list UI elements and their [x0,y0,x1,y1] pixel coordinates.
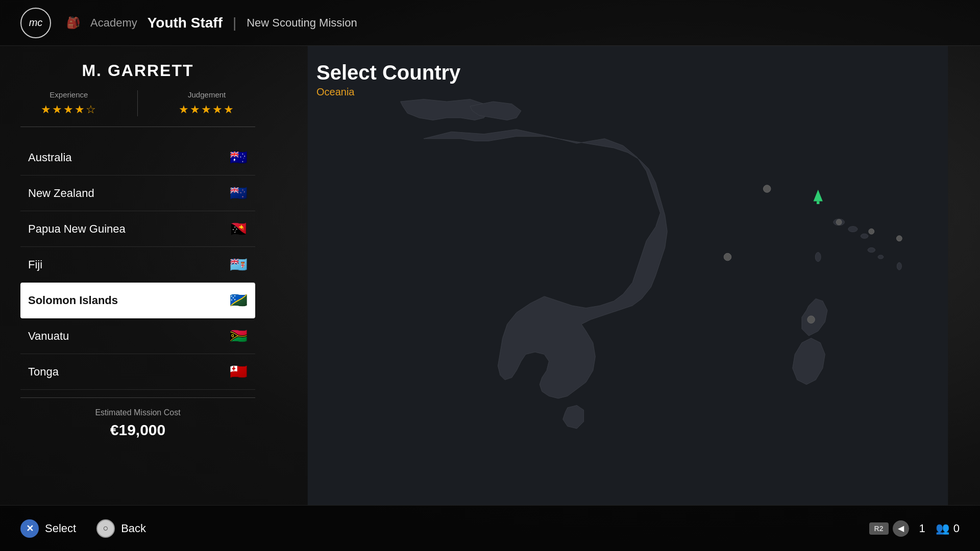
svg-point-5 [878,255,884,259]
map-title: Select Country [316,61,460,84]
svg-point-6 [815,253,821,262]
nav-youth-staff[interactable]: Youth Staff [148,15,223,31]
o-button-icon: ○ [96,519,115,538]
svg-point-13 [896,236,902,241]
country-name: New Zealand [28,187,94,200]
judgement-stat: Judgement ★★★★★ [179,90,235,116]
nav-scouting-mission[interactable]: New Scouting Mission [247,16,357,30]
logo: mc [20,8,51,38]
svg-point-9 [763,185,771,193]
r2-indicator: R2 ◀ [869,520,909,537]
x-button-icon: ✕ [20,519,39,538]
country-name: Australia [28,151,72,164]
svg-rect-0 [308,46,948,505]
mission-cost-section: Estimated Mission Cost €19,000 [20,397,255,439]
map-subtitle: Oceania [316,86,460,98]
cost-value: €19,000 [20,421,255,439]
stats-divider [137,90,138,116]
country-item[interactable]: Australia 🇦🇺 [20,140,255,176]
country-name: Fiji [28,258,42,271]
country-flag: 🇻🇺 [230,328,248,344]
map-area: Select Country Oceania [276,46,980,505]
scout-icon: 🎒 [66,16,80,30]
footer-right: R2 ◀ 1 👥 0 [869,520,960,537]
experience-stars: ★★★★☆ [41,103,97,116]
svg-rect-15 [817,202,819,204]
nav-academy[interactable]: Academy [90,16,137,30]
country-flag: 🇵🇬 [230,220,248,237]
country-item[interactable]: Papua New Guinea 🇵🇬 [20,211,255,247]
svg-point-2 [848,227,857,232]
counter-1: 1 [919,522,925,535]
stats-row: Experience ★★★★☆ Judgement ★★★★★ [20,90,255,127]
people-icon: 👥 [936,522,949,535]
svg-point-4 [868,247,875,252]
experience-stat: Experience ★★★★☆ [41,90,97,116]
select-button[interactable]: ✕ Select [20,519,76,538]
counter-2: 👥 0 [936,522,960,535]
judgement-label: Judgement [179,90,235,99]
country-item[interactable]: Vanuatu 🇻🇺 [20,318,255,354]
map-header: Select Country Oceania [316,61,460,98]
country-flag: 🇸🇧 [230,292,248,309]
footer: ✕ Select ○ Back R2 ◀ 1 👥 0 [0,505,980,551]
header: mc 🎒 Academy Youth Staff | New Scouting … [0,0,980,46]
cost-label: Estimated Mission Cost [20,408,255,417]
country-name: Tonga [28,365,59,379]
country-flag: 🇫🇯 [230,256,248,273]
svg-point-11 [836,219,842,225]
country-item[interactable]: New Zealand 🇳🇿 [20,176,255,211]
country-name: Vanuatu [28,330,69,343]
svg-point-12 [869,229,874,234]
left-panel: M. GARRETT Experience ★★★★☆ Judgement ★★… [0,46,276,505]
svg-point-10 [807,316,815,323]
experience-label: Experience [41,90,97,99]
country-list: Australia 🇦🇺 New Zealand 🇳🇿 Papua New Gu… [20,140,255,390]
country-item[interactable]: Tonga 🇹🇴 [20,354,255,390]
svg-point-7 [897,263,901,270]
country-flag: 🇳🇿 [230,185,248,202]
map-container [276,46,980,505]
judgement-stars: ★★★★★ [179,103,235,116]
count2-value: 0 [953,522,960,535]
select-label: Select [45,522,76,535]
arrow-left-button[interactable]: ◀ [893,520,909,537]
back-button[interactable]: ○ Back [96,519,146,538]
country-item[interactable]: Fiji 🇫🇯 [20,247,255,283]
country-flag: 🇹🇴 [230,363,248,380]
r2-badge: R2 [869,522,889,535]
country-name: Papua New Guinea [28,222,126,236]
nav-divider: | [233,15,236,31]
country-name: Solomon Islands [28,294,118,307]
back-label: Back [121,522,146,535]
svg-point-8 [724,253,731,261]
country-item[interactable]: Solomon Islands 🇸🇧 [20,283,255,318]
logo-text: mc [29,17,43,29]
footer-left: ✕ Select ○ Back [20,519,146,538]
count1-value: 1 [919,522,925,535]
scout-name: M. GARRETT [20,61,255,80]
country-flag: 🇦🇺 [230,149,248,166]
svg-point-3 [861,234,868,238]
